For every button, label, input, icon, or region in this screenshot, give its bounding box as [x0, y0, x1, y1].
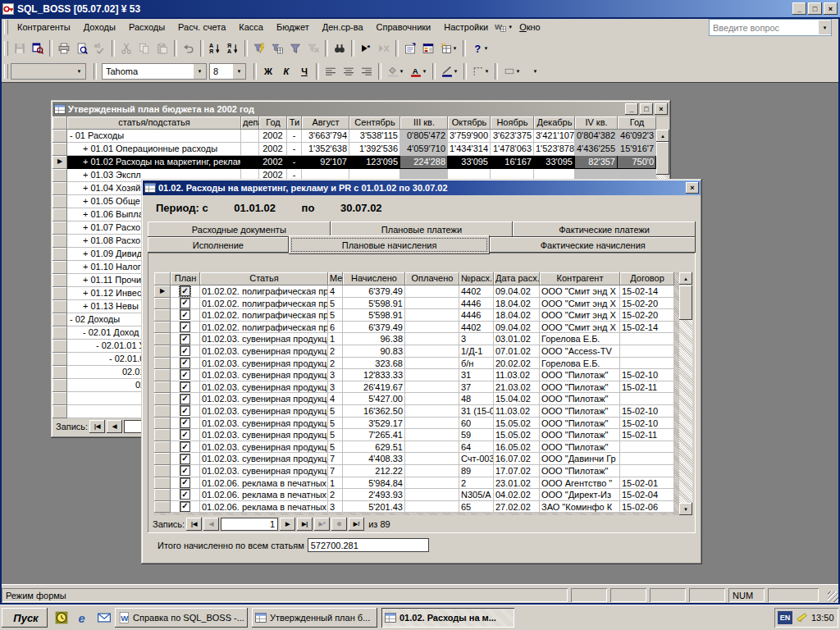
- row-selector[interactable]: ▶: [52, 156, 67, 169]
- align-right-icon[interactable]: [358, 62, 376, 80]
- align-left-icon[interactable]: [322, 62, 340, 80]
- database-window-icon[interactable]: [419, 39, 437, 57]
- cell-plan[interactable]: ✓: [171, 345, 200, 358]
- cell[interactable]: 2002: [259, 130, 287, 143]
- cell-contractor[interactable]: ООО "Смит энд Х: [540, 285, 620, 298]
- menu-item-Доходы[interactable]: Доходы: [77, 19, 122, 35]
- cell-plan[interactable]: ✓: [171, 309, 200, 322]
- last-record-button[interactable]: ▶|: [297, 518, 313, 531]
- cell-doc-no[interactable]: Счт-003: [459, 453, 494, 465]
- cell-contractor[interactable]: ООО "Давинчи Гр: [540, 453, 620, 465]
- cell-month[interactable]: 5: [328, 418, 343, 430]
- cell-contractor[interactable]: ООО "Пилотаж": [540, 405, 620, 418]
- cell[interactable]: 15'916'7: [618, 143, 656, 156]
- expense-row[interactable]: ✓01.02.03. сувенирная продукци74'408.33С…: [154, 453, 692, 465]
- expense-row[interactable]: ✓01.02.03. сувенирная продукци5629.51641…: [154, 441, 692, 454]
- row-selector[interactable]: [154, 489, 171, 501]
- cell-month[interactable]: 5: [328, 405, 343, 418]
- cell-date[interactable]: 07.01.02: [494, 345, 540, 358]
- row-selector[interactable]: [52, 353, 67, 366]
- font-combo[interactable]: Tahoma ▼: [102, 63, 207, 80]
- row-selector[interactable]: [154, 322, 171, 334]
- cell-contract[interactable]: 15-02-10: [620, 405, 674, 418]
- expense-row[interactable]: ✓01.02.06. реклама в печатных22'493.93N3…: [154, 489, 692, 501]
- expense-row[interactable]: ✓01.02.03. сувенирная продукци516'362.50…: [154, 405, 692, 418]
- row-selector[interactable]: [52, 274, 67, 287]
- scroll-down-button[interactable]: ▼: [679, 503, 692, 515]
- cell[interactable]: -: [287, 130, 302, 143]
- cell-accrued[interactable]: 5'984.84: [343, 477, 405, 490]
- cell-paid[interactable]: [405, 465, 459, 477]
- cell-article[interactable]: 01.02.03. сувенирная продукци: [200, 465, 328, 477]
- cell-date[interactable]: 23.01.02: [494, 477, 540, 490]
- expense-row[interactable]: ✓01.02.06. реклама в печатных35'201.4365…: [154, 501, 692, 514]
- new-object-icon[interactable]: ▼: [437, 39, 460, 57]
- cell-doc-no[interactable]: 48: [459, 393, 494, 405]
- cell-article[interactable]: 01.02.03. сувенирная продукци: [200, 418, 328, 430]
- scrollbar-thumb[interactable]: [679, 285, 692, 320]
- cell-doc-no[interactable]: 60: [459, 418, 494, 430]
- checkbox[interactable]: ✓: [180, 358, 190, 368]
- cell-contractor[interactable]: ООО "Пилотаж": [540, 429, 620, 441]
- cell-article[interactable]: 01.02.03. сувенирная продукци: [200, 333, 328, 345]
- cell-paid[interactable]: [405, 441, 459, 454]
- expense-row[interactable]: ✓01.02.03. сувенирная продукци2323.68б/н…: [154, 358, 692, 370]
- menu-item-Контрагенты[interactable]: Контрагенты: [11, 19, 77, 35]
- cell-accrued[interactable]: 5'427.00: [343, 393, 405, 405]
- cell-plan[interactable]: ✓: [171, 393, 200, 405]
- cell-contractor[interactable]: ООО "Директ-Из: [540, 489, 620, 501]
- cell-accrued[interactable]: 2'493.93: [343, 489, 405, 501]
- cell-date[interactable]: 18.04.02: [494, 298, 540, 310]
- align-center-icon[interactable]: [340, 62, 358, 80]
- cell[interactable]: 46'092'3: [618, 130, 656, 143]
- period-to-value[interactable]: 30.07.02: [340, 202, 382, 214]
- checkbox[interactable]: ✓: [180, 285, 190, 296]
- cell-contract[interactable]: [620, 453, 674, 465]
- cell-month[interactable]: 2: [328, 345, 343, 358]
- word-table-icon[interactable]: W▼: [495, 20, 513, 34]
- checkbox[interactable]: ✓: [180, 309, 190, 320]
- checkbox[interactable]: ✓: [180, 405, 190, 416]
- cell-contract[interactable]: [620, 393, 674, 405]
- expense-row[interactable]: ✓01.02.03. сувенирная продукци45'427.004…: [154, 393, 692, 405]
- row-selector[interactable]: [154, 441, 171, 454]
- minimize-button[interactable]: _: [625, 103, 638, 115]
- cell-accrued[interactable]: 323.68: [343, 358, 405, 370]
- font-size-combo[interactable]: 8 ▼: [209, 63, 246, 80]
- row-selector[interactable]: [154, 309, 171, 322]
- period-from-value[interactable]: 01.01.02: [234, 202, 276, 214]
- column-header[interactable]: Сентябрь: [349, 116, 400, 130]
- cell-contractor[interactable]: Горелова Е.Б.: [540, 333, 620, 345]
- cell-accrued[interactable]: 212.22: [343, 465, 405, 477]
- cell[interactable]: 16'167: [491, 156, 534, 169]
- menu-item-Настройки[interactable]: Настройки: [437, 19, 495, 35]
- cell-contractor[interactable]: ООО "Пилотаж": [540, 393, 620, 405]
- cell-article[interactable]: 01.02.06. реклама в печатных: [200, 477, 328, 490]
- cell[interactable]: 224'288: [400, 156, 448, 169]
- cell-plan[interactable]: ✓: [171, 285, 200, 298]
- cell[interactable]: 4'059'710: [400, 143, 448, 156]
- language-indicator[interactable]: EN: [778, 611, 792, 624]
- cell-contract[interactable]: 15-02-11: [620, 381, 674, 394]
- cell-contractor[interactable]: ООО "Пилотаж": [540, 369, 620, 381]
- question-box[interactable]: Введите вопрос ▼: [709, 19, 832, 36]
- cell-accrued[interactable]: 6'379.49: [343, 322, 405, 334]
- checkbox[interactable]: ✓: [180, 489, 190, 500]
- close-button[interactable]: ×: [824, 2, 838, 15]
- expense-row[interactable]: ✓01.02.02. полиграфическая пр66'379.4944…: [154, 322, 692, 334]
- cell-article[interactable]: + 01.02 Расходы на маркетинг, рекламу и: [67, 156, 241, 169]
- cell-contractor[interactable]: ООО Агентство ": [540, 477, 620, 490]
- checkbox[interactable]: ✓: [180, 334, 190, 345]
- start-button[interactable]: Пуск: [2, 608, 48, 628]
- cell[interactable]: 4'436'255: [575, 143, 618, 156]
- cell-date[interactable]: 15.05.02: [494, 429, 540, 441]
- next-record-button[interactable]: ▶: [280, 518, 295, 531]
- cell-doc-no[interactable]: 1/Д-1: [459, 345, 494, 358]
- print-preview-icon[interactable]: [73, 39, 91, 57]
- cell-paid[interactable]: [405, 418, 459, 430]
- cell-plan[interactable]: ✓: [171, 418, 200, 430]
- row-selector[interactable]: [52, 287, 67, 300]
- cell-contractor[interactable]: ООО "Пилотаж": [540, 381, 620, 394]
- cell-plan[interactable]: ✓: [171, 405, 200, 418]
- chevron-down-icon[interactable]: ▼: [484, 46, 489, 51]
